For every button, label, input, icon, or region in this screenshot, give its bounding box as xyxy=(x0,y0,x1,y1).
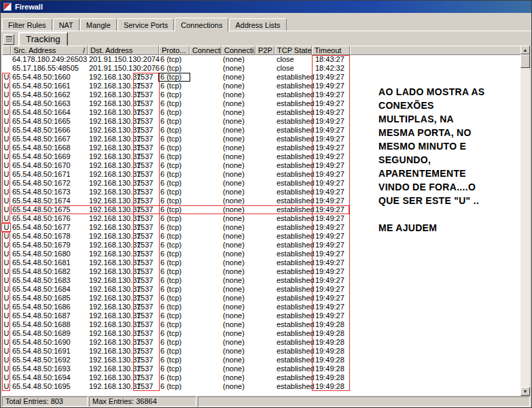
table-row[interactable]: U65.54.48.50:1690192.168.130.3715376 (tc… xyxy=(2,338,520,347)
cell-to: 19:49:27 xyxy=(312,250,350,258)
cell-pp xyxy=(255,55,274,64)
cell-c2: (none) xyxy=(221,303,255,311)
table-row[interactable]: U65.54.48.50:1682192.168.130.3715376 (tc… xyxy=(2,267,520,276)
cell-c1 xyxy=(190,382,221,391)
header-connection-2[interactable]: Connecti... xyxy=(221,46,255,55)
table-row[interactable]: U65.54.48.50:1684192.168.130.3715376 (tc… xyxy=(2,285,520,294)
table-row[interactable]: U65.54.48.50:1681192.168.130.3715376 (tc… xyxy=(2,258,520,267)
annotation-line: APARENTEMENTE xyxy=(378,167,521,180)
table-row[interactable]: U65.54.48.50:1693192.168.130.3715376 (tc… xyxy=(2,364,520,373)
cell-t: established xyxy=(274,126,312,135)
cell-f: U xyxy=(2,294,11,303)
cell-c1 xyxy=(190,356,221,364)
cell-to: 19:49:28 xyxy=(312,338,350,347)
cell-pp xyxy=(255,294,274,303)
cell-c1 xyxy=(190,152,221,161)
tab-service-ports[interactable]: Service Ports xyxy=(118,18,174,31)
cell-t: established xyxy=(274,267,312,276)
cell-pp xyxy=(255,205,274,214)
cell-pr: 6 (tcp) xyxy=(159,329,190,338)
cell-c1 xyxy=(190,250,221,258)
table-row[interactable]: U65.54.48.50:1691192.168.130.3715376 (tc… xyxy=(2,347,520,356)
cell-to: 19:49:27 xyxy=(312,197,350,205)
cell-t: established xyxy=(274,303,312,311)
tab-address-lists[interactable]: Address Lists xyxy=(229,18,286,31)
list-options-button[interactable] xyxy=(3,34,14,45)
table-row[interactable]: U65.54.48.50:1695192.168.130.3715376 (tc… xyxy=(2,382,520,391)
table-row[interactable]: U65.54.48.50:1685192.168.130.3715376 (tc… xyxy=(2,294,520,303)
cell-t: established xyxy=(274,241,312,250)
cell-dp: 1537 xyxy=(134,250,159,258)
status-max-entries: Max Entries: 36864 xyxy=(89,396,196,407)
cell-di: 192.168.130.37 xyxy=(88,161,134,170)
cell-f: U xyxy=(2,126,11,135)
scroll-up-icon[interactable]: ▲ xyxy=(520,46,530,54)
table-row[interactable]: U65.54.48.50:1683192.168.130.3715376 (tc… xyxy=(2,276,520,285)
cell-to: 19:49:27 xyxy=(312,214,350,223)
cell-dp: 1537 xyxy=(134,285,159,294)
table-row[interactable]: U65.54.48.50:1679192.168.130.3715376 (tc… xyxy=(2,241,520,250)
cell-c1 xyxy=(190,373,221,382)
cell-s: 65.54.48.50:1694 xyxy=(11,373,88,382)
vertical-scrollbar[interactable]: ▲ ▼ xyxy=(520,46,530,396)
cell-pp xyxy=(255,197,274,205)
header-connection-1[interactable]: Connecti... xyxy=(190,46,221,55)
cell-di: 192.168.130.37 xyxy=(88,250,134,258)
header-tcp-state[interactable]: TCP State xyxy=(274,46,312,55)
table-row[interactable]: U65.54.48.50:1689192.168.130.3715376 (tc… xyxy=(2,329,520,338)
scrollbar-thumb[interactable] xyxy=(520,54,530,68)
cell-s: 65.54.48.50:1667 xyxy=(11,135,88,143)
header-flags[interactable] xyxy=(2,46,11,55)
tab-filter-rules[interactable]: Filter Rules xyxy=(2,18,52,31)
cell-c1 xyxy=(190,99,221,108)
grid-icon xyxy=(6,36,12,43)
cell-s: 65.54.48.50:1671 xyxy=(11,170,88,179)
cell-s: 65.54.48.50:1695 xyxy=(11,382,88,391)
annotation-line: SEGUNDO, xyxy=(378,153,521,167)
table-row[interactable]: 65.17.186.55:48505201.91.150.130:20766 (… xyxy=(2,64,520,73)
table-row[interactable]: U65.54.48.50:1688192.168.130.3715376 (tc… xyxy=(2,320,520,329)
header-timeout[interactable]: Timeout xyxy=(312,46,350,55)
cell-c2: (none) xyxy=(221,320,255,329)
cell-pp xyxy=(255,152,274,161)
cell-dp: 1537 xyxy=(134,108,159,117)
table-row[interactable]: U65.54.48.50:1694192.168.130.3715376 (tc… xyxy=(2,373,520,382)
cell-s: 65.54.48.50:1684 xyxy=(11,285,88,294)
cell-f: U xyxy=(2,311,11,320)
cell-to: 19:49:27 xyxy=(312,143,350,152)
cell-pr: 6 (tcp) xyxy=(159,373,190,382)
cell-dp: 1537 xyxy=(134,276,159,285)
tracking-button[interactable]: Tracking xyxy=(18,32,68,47)
cell-t: established xyxy=(274,152,312,161)
cell-f: U xyxy=(2,303,11,311)
cell-t: established xyxy=(274,320,312,329)
cell-t: established xyxy=(274,232,312,241)
cell-pr: 6 (tcp) xyxy=(159,320,190,329)
cell-f: U xyxy=(2,364,11,373)
cell-f: U xyxy=(2,320,11,329)
cell-dp: 1537 xyxy=(134,303,159,311)
header-p2p[interactable]: P2P xyxy=(255,46,274,55)
sort-indicator-icon: / xyxy=(83,46,85,54)
table-row[interactable]: U65.54.48.50:1660192.168.130.3715376 (tc… xyxy=(2,73,520,82)
table-row[interactable]: U65.54.48.50:1687192.168.130.3715376 (tc… xyxy=(2,311,520,320)
cell-di: 192.168.130.37 xyxy=(88,90,134,99)
cell-s: 65.54.48.50:1685 xyxy=(11,294,88,303)
table-row[interactable]: U65.54.48.50:1680192.168.130.3715376 (tc… xyxy=(2,250,520,258)
tab-connections[interactable]: Connections xyxy=(175,18,228,31)
table-row[interactable]: U65.54.48.50:1686192.168.130.3715376 (tc… xyxy=(2,303,520,311)
table-row[interactable]: U65.54.48.50:1692192.168.130.3715376 (tc… xyxy=(2,356,520,364)
header-src-address[interactable]: Src. Address / xyxy=(11,46,88,55)
cell-f: U xyxy=(2,329,11,338)
cell-t: established xyxy=(274,73,312,82)
annotation-line: QUE SER ESTE "U" .. xyxy=(378,194,521,207)
header-protocol[interactable]: Proto... xyxy=(159,46,190,55)
cell-s: 65.54.48.50:1668 xyxy=(11,143,88,152)
scroll-down-icon[interactable]: ▼ xyxy=(520,387,530,396)
cell-c2: (none) xyxy=(221,232,255,241)
header-dst-address[interactable]: Dst. Address xyxy=(88,46,159,55)
table-row[interactable]: 64.178.180.249:26503201.91.150.130:20746… xyxy=(2,55,520,64)
cell-t: established xyxy=(274,135,312,143)
tab-mangle[interactable]: Mangle xyxy=(80,18,117,31)
tab-nat[interactable]: NAT xyxy=(53,18,79,31)
